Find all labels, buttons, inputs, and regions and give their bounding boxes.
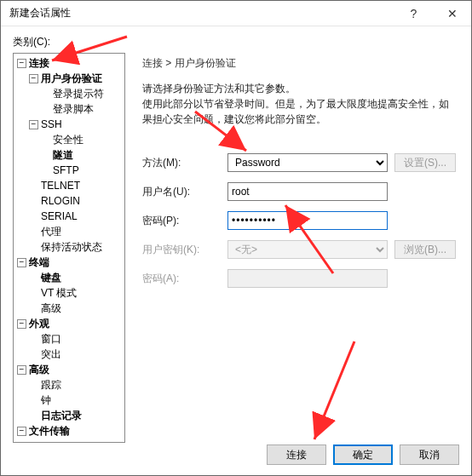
description-line: 使用此部分以节省登录时间。但是，为了最大限度地提高安全性，如果担心安全问题，建议… [142,96,456,127]
help-icon: ? [411,7,417,20]
tree-item-highlight[interactable]: 突出 [14,347,124,362]
passphrase-label: 密码(A): [142,272,227,286]
tree-item-terminal[interactable]: − 终端 [14,255,124,270]
passphrase-input [227,269,388,288]
tree-label: 窗口 [41,331,61,347]
collapse-icon: − [17,258,26,267]
tree-item-advanced[interactable]: 高级 [14,301,124,316]
description: 请选择身份验证方法和其它参数。 使用此部分以节省登录时间。但是，为了最大限度地提… [142,81,456,127]
setup-button: 设置(S)... [394,153,456,172]
title-bar: 新建会话属性 ? ✕ [1,1,471,26]
tree-item-auth[interactable]: − 用户身份验证 [14,71,124,86]
close-icon: ✕ [447,7,458,20]
tree-item-security[interactable]: 安全性 [14,132,124,147]
ok-button[interactable]: 确定 [333,444,393,465]
password-label: 密码(P): [142,214,227,228]
tree-item-vtmode[interactable]: VT 模式 [14,285,124,301]
tree-label: 外观 [29,316,49,331]
tree-label: 跟踪 [41,377,61,393]
tree-label: 连接 [29,55,49,71]
category-tree[interactable]: − 连接 − 用户身份验证 登录提示符 登录脚本 [13,53,125,443]
tree-item-connection[interactable]: − 连接 [14,55,124,71]
tree-item-xymodem[interactable]: X/YMODEM [14,439,124,443]
tree-item-window[interactable]: 窗口 [14,331,124,347]
collapse-icon: − [17,319,26,329]
tree-item-sftp[interactable]: SFTP [14,163,124,178]
connect-button[interactable]: 连接 [267,444,326,465]
tree-label: 键盘 [41,270,61,285]
tree-item-bell[interactable]: 钟 [14,393,124,408]
dialog-footer: 连接 确定 取消 [267,444,459,465]
tree-label: 高级 [29,362,49,377]
dialog-body: 类别(C): − 连接 − 用户身份验证 [1,26,471,475]
tree-label: RLOGIN [41,193,80,209]
tree-item-logging[interactable]: 日志记录 [14,408,124,423]
collapse-icon: − [17,427,26,436]
tree-item-rlogin[interactable]: RLOGIN [14,193,124,209]
tree-item-advanced2[interactable]: − 高级 [14,362,124,377]
tree-label: 突出 [41,347,61,362]
tree-label: 保持活动状态 [41,239,102,255]
category-label: 类别(C): [13,35,459,49]
tree-label: 登录提示符 [53,86,104,101]
tree-item-prompt[interactable]: 登录提示符 [14,86,124,101]
tree-label: VT 模式 [41,285,77,301]
collapse-icon: − [17,365,26,375]
tree-label: 用户身份验证 [41,71,102,86]
tree-label: 隧道 [53,147,73,163]
tree-item-keyboard[interactable]: 键盘 [14,270,124,285]
tree-label: 高级 [41,301,61,316]
tree-item-proxy[interactable]: 代理 [14,224,124,239]
tree-item-ssh[interactable]: − SSH [14,117,124,132]
browse-button: 浏览(B)... [394,240,456,259]
help-button[interactable]: ? [394,1,433,26]
tree-label: SERIAL [41,209,78,224]
description-line: 请选择身份验证方法和其它参数。 [142,81,456,96]
tree-item-keepalive[interactable]: 保持活动状态 [14,239,124,255]
method-select[interactable]: Password [227,153,388,172]
username-label: 用户名(U): [142,185,227,199]
password-input[interactable] [227,211,388,230]
close-button[interactable]: ✕ [433,1,471,26]
tree-item-appearance[interactable]: − 外观 [14,316,124,331]
window-title: 新建会话属性 [9,6,394,20]
tree-label: X/YMODEM [41,439,96,443]
tree-label: 终端 [29,255,49,270]
tree-item-filetransfer[interactable]: − 文件传输 [14,423,124,439]
tree-item-tunnel[interactable]: 隧道 [14,147,124,163]
username-input[interactable] [227,182,388,201]
tree-item-script[interactable]: 登录脚本 [14,101,124,117]
cancel-button[interactable]: 取消 [400,444,459,465]
main-area: − 连接 − 用户身份验证 登录提示符 登录脚本 [13,53,459,443]
tree-label: SSH [41,117,62,132]
tree-item-telnet[interactable]: TELNET [14,178,124,193]
method-label: 方法(M): [142,156,227,170]
tree-label: SFTP [53,163,79,178]
tree-item-trace[interactable]: 跟踪 [14,377,124,393]
tree-item-serial[interactable]: SERIAL [14,209,124,224]
collapse-icon: − [17,59,26,68]
tree-label: 钟 [41,393,51,408]
breadcrumb: 连接 > 用户身份验证 [142,56,456,71]
settings-panel: 连接 > 用户身份验证 请选择身份验证方法和其它参数。 使用此部分以节省登录时间… [125,53,459,443]
tree-label: 日志记录 [41,408,82,423]
tree-label: 代理 [41,224,61,239]
tree-label: 登录脚本 [53,101,94,117]
userkey-select: <无> [227,240,388,259]
tree-label: 安全性 [53,132,83,147]
tree-label: TELNET [41,178,80,193]
collapse-icon: − [29,120,38,129]
collapse-icon: − [29,74,38,83]
tree-label: 文件传输 [29,423,70,439]
userkey-label: 用户密钥(K): [142,243,227,257]
